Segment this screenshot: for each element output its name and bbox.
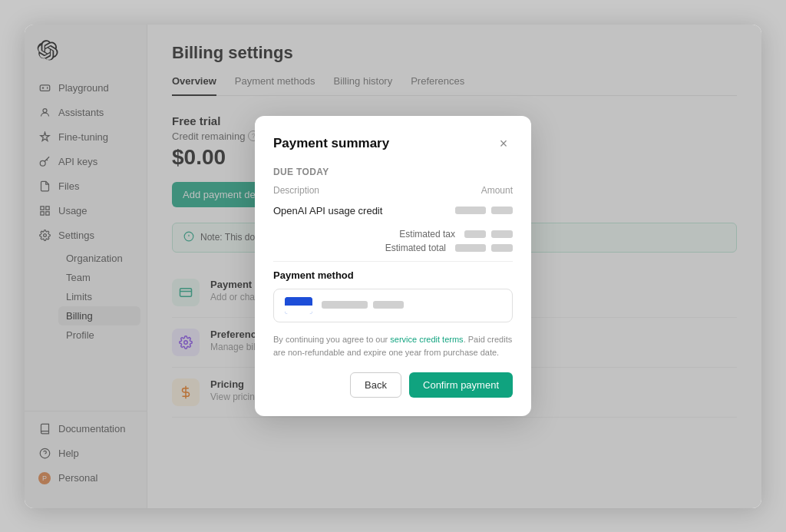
estimated-total-label: Estimated total bbox=[385, 243, 446, 253]
estimated-total-value bbox=[455, 244, 513, 252]
card-number-redacted bbox=[322, 301, 368, 309]
table-header-description: Description bbox=[273, 185, 431, 202]
confirm-payment-button[interactable]: Confirm payment bbox=[409, 372, 513, 398]
terms-link[interactable]: service credit terms bbox=[390, 335, 463, 344]
estimated-tax-label: Estimated tax bbox=[399, 229, 455, 240]
estimated-tax-redacted2 bbox=[491, 230, 513, 238]
estimated-total-row: Estimated total bbox=[273, 243, 513, 253]
estimated-total-redacted bbox=[455, 244, 486, 252]
modal-due-today-label: Due today bbox=[273, 167, 513, 177]
modal-title: Payment summary bbox=[273, 136, 389, 151]
modal-close-button[interactable]: × bbox=[494, 134, 513, 153]
payment-method-label: Payment method bbox=[273, 269, 513, 281]
estimated-tax-row: Estimated tax bbox=[273, 229, 513, 240]
table-header-amount: Amount bbox=[431, 185, 513, 202]
table-row: OpenAI API usage credit bbox=[273, 202, 513, 220]
payment-method-card bbox=[273, 289, 513, 322]
line-item-amount bbox=[431, 202, 513, 220]
modal-divider bbox=[273, 261, 513, 262]
card-number bbox=[322, 300, 404, 311]
modal-overlay: Payment summary × Due today Description … bbox=[25, 25, 761, 508]
card-number-redacted2 bbox=[373, 301, 404, 309]
line-item-amount-redacted bbox=[455, 207, 486, 214]
line-item-amount-redacted2 bbox=[491, 207, 513, 214]
modal-table: Description Amount OpenAI API usage cred… bbox=[273, 185, 513, 220]
estimated-tax-value bbox=[464, 230, 513, 238]
modal-header: Payment summary × bbox=[273, 134, 513, 153]
line-item-label: OpenAI API usage credit bbox=[273, 202, 431, 220]
estimated-tax-redacted bbox=[464, 230, 486, 238]
back-button[interactable]: Back bbox=[350, 372, 401, 398]
modal-footer: Back Confirm payment bbox=[273, 372, 513, 398]
payment-summary-modal: Payment summary × Due today Description … bbox=[255, 116, 531, 416]
modal-terms: By continuing you agree to our service c… bbox=[273, 333, 513, 359]
app-container: Playground Assistants Fine-tuning API ke… bbox=[25, 25, 761, 508]
estimated-total-redacted2 bbox=[491, 244, 513, 252]
card-logo bbox=[285, 297, 312, 314]
